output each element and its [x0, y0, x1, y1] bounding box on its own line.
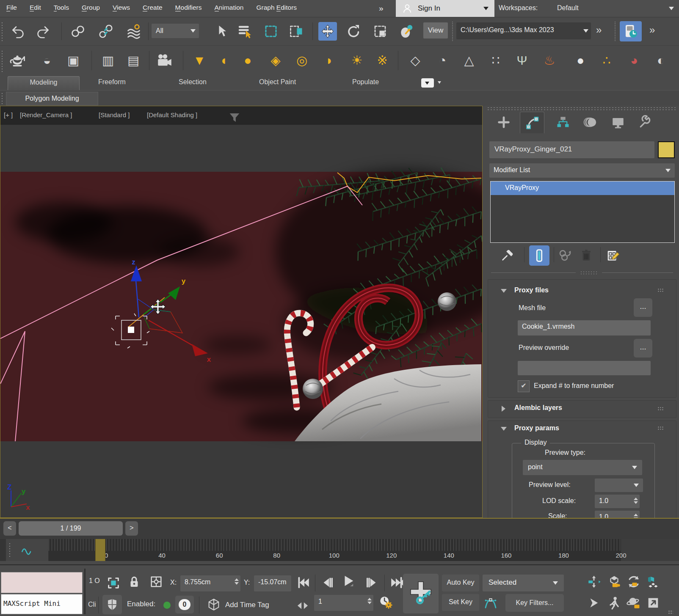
environment-sphere-icon[interactable]: ◒ [37, 51, 57, 70]
collapse-icon[interactable] [501, 289, 507, 293]
selection-region-button[interactable] [104, 574, 123, 592]
play-button-icon[interactable] [341, 574, 356, 588]
pyramid-icon[interactable]: △ [459, 51, 479, 70]
scale-spinner[interactable]: 1.0 [595, 511, 640, 518]
maxscript-mini-output[interactable] [1, 572, 83, 593]
lod-scale-spinner[interactable]: 1.0 [595, 495, 640, 508]
ribbon-tab-object-paint[interactable]: Object Paint [253, 76, 302, 91]
fire-effect-icon[interactable]: ♨ [540, 51, 559, 70]
film-camera-icon[interactable] [156, 52, 174, 69]
key-filters-button[interactable]: Key Filters... [505, 594, 564, 612]
rollout-drag-handle[interactable] [580, 271, 599, 274]
ribbon-tab-selection[interactable]: Selection [173, 76, 213, 91]
palette-icon[interactable]: ◕ [624, 51, 644, 70]
selection-filter-dropdown[interactable]: All [152, 24, 199, 38]
select-and-move-icon[interactable] [318, 22, 337, 41]
zoom-extents-icon[interactable] [607, 575, 621, 589]
chevron-down-icon[interactable] [438, 81, 441, 84]
ribbon-tab-populate[interactable]: Populate [346, 76, 385, 91]
set-keys-button[interactable] [403, 574, 439, 613]
time-configuration-icon[interactable] [378, 595, 393, 609]
ribbon-tab-freeform[interactable]: Freeform [92, 76, 132, 91]
walnut-2[interactable] [303, 379, 323, 399]
target-light-icon[interactable]: ◎ [292, 51, 312, 70]
tab-create[interactable] [492, 112, 516, 133]
menu-create[interactable]: Create [136, 0, 169, 17]
splitter[interactable] [84, 569, 86, 614]
polygon-modeling-button[interactable]: Polygon Modeling [6, 92, 98, 105]
preview-override-field[interactable] [518, 361, 651, 375]
ribbon-minimize-icon[interactable] [421, 78, 434, 88]
select-by-name-icon[interactable] [235, 22, 254, 41]
geodesic-light-icon[interactable]: ◈ [266, 51, 285, 70]
key-filter-dropdown[interactable]: Selected [483, 575, 564, 591]
tab-motion[interactable] [578, 112, 602, 133]
sphere-primitive-icon[interactable]: ● [571, 51, 590, 70]
object-color-swatch[interactable] [658, 141, 675, 158]
material-editor-icon[interactable]: ▣ [63, 51, 83, 70]
toolbar-drag-handle[interactable] [1, 50, 3, 72]
viewport-header-item-1[interactable]: [Render_Camera ] [20, 111, 72, 118]
mini-curve-editor-icon[interactable] [20, 543, 35, 558]
ribbon-tab-modeling[interactable]: Modeling [8, 76, 80, 91]
panel-drag-handle[interactable] [487, 107, 676, 110]
preview-level-dropdown[interactable] [595, 478, 643, 492]
menu-graph-editors[interactable]: Graph Editors [250, 0, 303, 17]
sign-in-button[interactable]: Sign In [396, 0, 494, 17]
window-crossing-icon[interactable] [287, 22, 306, 41]
mesh-file-field[interactable]: Cookie_1.vrmesh [518, 320, 651, 336]
dome-light-icon[interactable]: ◖ [214, 51, 233, 70]
expand-frame-checkbox[interactable]: ✔ [518, 380, 530, 392]
extra-tool-icon[interactable]: ◐ [651, 51, 671, 70]
toolbar-right-flyout-chevron[interactable]: » [649, 24, 655, 36]
x-coordinate-field[interactable]: 8.755cm [180, 575, 240, 591]
walnut-1[interactable] [438, 292, 456, 311]
sphere-light-icon[interactable]: ● [238, 51, 257, 70]
zoom-region-icon[interactable] [627, 575, 641, 589]
expand-icon[interactable] [502, 406, 505, 412]
rollout-grip-icon[interactable] [657, 407, 663, 411]
redo-icon[interactable] [33, 22, 52, 41]
go-to-start-icon[interactable] [296, 575, 311, 590]
collapse-icon[interactable] [501, 427, 507, 431]
viewport-header-item-3[interactable]: [Default Shading ] [147, 111, 197, 118]
unlink-selection-icon[interactable] [97, 22, 115, 41]
render-setup-icon[interactable] [620, 21, 642, 41]
mesh-file-browse-button[interactable]: ... [634, 298, 652, 317]
modifier-stack[interactable]: VRayProxy [490, 181, 675, 243]
menu-views[interactable]: Views [106, 0, 136, 17]
workspace-dropdown[interactable]: Default [550, 0, 679, 17]
project-folder-dropdown[interactable]: C:\Users\Gerg...\3ds Max 2023 [456, 22, 591, 39]
sun-light-icon[interactable]: ☀ [347, 51, 367, 70]
daylight-system-icon[interactable]: ※ [373, 51, 392, 70]
selection-lock-icon[interactable] [127, 575, 141, 589]
toolbar-drag-handle[interactable] [1, 22, 3, 42]
menu-file[interactable]: File [0, 0, 23, 17]
configure-modifier-sets-icon[interactable] [605, 248, 620, 262]
render-teapot-icon[interactable] [8, 52, 26, 69]
make-unique-icon[interactable] [558, 248, 572, 262]
menu-edit[interactable]: Edit [23, 0, 47, 17]
viewport-scene[interactable]: z y x Z y x [0, 125, 482, 517]
menu-modifiers[interactable]: Modifiers [169, 0, 208, 17]
select-and-scale-icon[interactable] [371, 22, 389, 41]
go-to-end-icon[interactable] [389, 575, 404, 590]
grass-icon[interactable]: Ψ [512, 51, 532, 70]
preview-type-dropdown[interactable]: point [523, 460, 642, 475]
timeline-ruler[interactable]: 20406080100120140160180200 [49, 539, 679, 561]
pan-view-icon[interactable] [587, 596, 601, 610]
rectangular-selection-region-icon[interactable] [262, 22, 280, 41]
resize-grip-icon[interactable] [668, 610, 673, 614]
previous-frame-button[interactable]: < [3, 521, 16, 536]
rollout-title[interactable]: Proxy params [514, 424, 559, 432]
preview-override-browse-button[interactable]: ... [634, 339, 652, 358]
remove-modifier-icon[interactable] [579, 248, 593, 262]
orbit-camera-icon[interactable] [627, 596, 641, 610]
time-slider[interactable]: 1 / 199 [19, 521, 123, 536]
rollout-title[interactable]: Proxy files [514, 286, 549, 294]
pin-stack-icon[interactable] [500, 248, 515, 262]
free-light-icon[interactable]: ◗ [320, 51, 339, 70]
zero-button[interactable]: 0 [175, 596, 194, 613]
y-coordinate-field[interactable]: -15.07cm [254, 575, 291, 591]
maxscript-mini-input[interactable]: MAXScript Mini [1, 594, 83, 614]
